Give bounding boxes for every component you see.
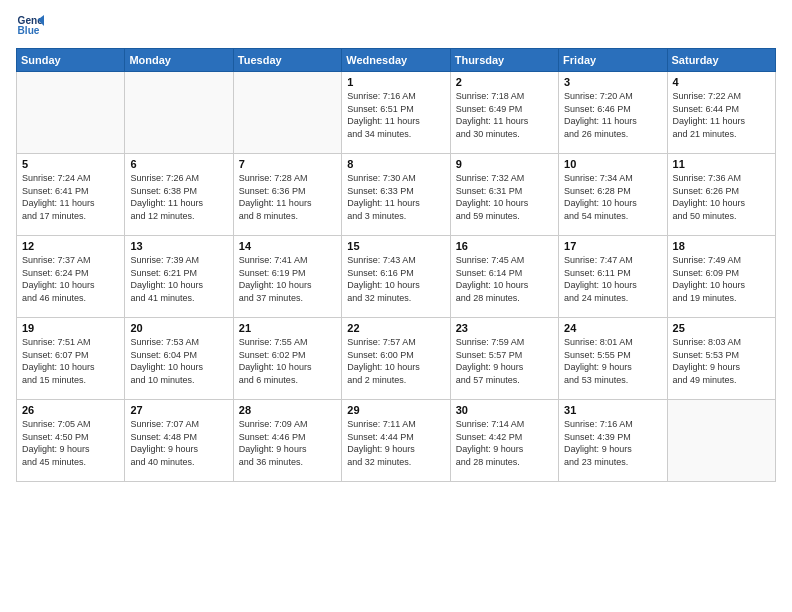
day-cell: 21Sunrise: 7:55 AM Sunset: 6:02 PM Dayli… — [233, 318, 341, 400]
day-info: Sunrise: 7:43 AM Sunset: 6:16 PM Dayligh… — [347, 254, 444, 304]
day-info: Sunrise: 7:34 AM Sunset: 6:28 PM Dayligh… — [564, 172, 661, 222]
day-cell: 7Sunrise: 7:28 AM Sunset: 6:36 PM Daylig… — [233, 154, 341, 236]
day-info: Sunrise: 7:47 AM Sunset: 6:11 PM Dayligh… — [564, 254, 661, 304]
day-number: 3 — [564, 76, 661, 88]
day-cell: 8Sunrise: 7:30 AM Sunset: 6:33 PM Daylig… — [342, 154, 450, 236]
day-number: 17 — [564, 240, 661, 252]
day-cell: 22Sunrise: 7:57 AM Sunset: 6:00 PM Dayli… — [342, 318, 450, 400]
day-info: Sunrise: 8:01 AM Sunset: 5:55 PM Dayligh… — [564, 336, 661, 386]
day-number: 2 — [456, 76, 553, 88]
day-cell: 10Sunrise: 7:34 AM Sunset: 6:28 PM Dayli… — [559, 154, 667, 236]
day-number: 10 — [564, 158, 661, 170]
day-number: 9 — [456, 158, 553, 170]
day-info: Sunrise: 7:28 AM Sunset: 6:36 PM Dayligh… — [239, 172, 336, 222]
day-cell: 17Sunrise: 7:47 AM Sunset: 6:11 PM Dayli… — [559, 236, 667, 318]
day-info: Sunrise: 7:39 AM Sunset: 6:21 PM Dayligh… — [130, 254, 227, 304]
day-cell — [667, 400, 775, 482]
day-cell: 20Sunrise: 7:53 AM Sunset: 6:04 PM Dayli… — [125, 318, 233, 400]
day-cell: 30Sunrise: 7:14 AM Sunset: 4:42 PM Dayli… — [450, 400, 558, 482]
day-number: 19 — [22, 322, 119, 334]
day-cell: 15Sunrise: 7:43 AM Sunset: 6:16 PM Dayli… — [342, 236, 450, 318]
logo: General Blue — [16, 12, 44, 40]
day-number: 11 — [673, 158, 770, 170]
day-number: 22 — [347, 322, 444, 334]
day-info: Sunrise: 7:30 AM Sunset: 6:33 PM Dayligh… — [347, 172, 444, 222]
day-info: Sunrise: 7:37 AM Sunset: 6:24 PM Dayligh… — [22, 254, 119, 304]
day-info: Sunrise: 7:41 AM Sunset: 6:19 PM Dayligh… — [239, 254, 336, 304]
day-number: 6 — [130, 158, 227, 170]
day-info: Sunrise: 7:22 AM Sunset: 6:44 PM Dayligh… — [673, 90, 770, 140]
weekday-header-thursday: Thursday — [450, 49, 558, 72]
day-cell — [17, 72, 125, 154]
week-row-1: 1Sunrise: 7:16 AM Sunset: 6:51 PM Daylig… — [17, 72, 776, 154]
week-row-2: 5Sunrise: 7:24 AM Sunset: 6:41 PM Daylig… — [17, 154, 776, 236]
day-info: Sunrise: 7:09 AM Sunset: 4:46 PM Dayligh… — [239, 418, 336, 468]
day-cell: 1Sunrise: 7:16 AM Sunset: 6:51 PM Daylig… — [342, 72, 450, 154]
day-number: 21 — [239, 322, 336, 334]
day-cell: 26Sunrise: 7:05 AM Sunset: 4:50 PM Dayli… — [17, 400, 125, 482]
day-number: 5 — [22, 158, 119, 170]
day-number: 29 — [347, 404, 444, 416]
page: General Blue SundayMondayTuesdayWednesda… — [0, 0, 792, 612]
day-number: 7 — [239, 158, 336, 170]
day-number: 4 — [673, 76, 770, 88]
day-info: Sunrise: 7:05 AM Sunset: 4:50 PM Dayligh… — [22, 418, 119, 468]
day-info: Sunrise: 7:32 AM Sunset: 6:31 PM Dayligh… — [456, 172, 553, 222]
day-number: 1 — [347, 76, 444, 88]
day-info: Sunrise: 7:16 AM Sunset: 4:39 PM Dayligh… — [564, 418, 661, 468]
day-cell: 23Sunrise: 7:59 AM Sunset: 5:57 PM Dayli… — [450, 318, 558, 400]
weekday-header-saturday: Saturday — [667, 49, 775, 72]
logo-icon: General Blue — [16, 12, 44, 40]
header: General Blue — [16, 12, 776, 40]
day-info: Sunrise: 7:51 AM Sunset: 6:07 PM Dayligh… — [22, 336, 119, 386]
weekday-header-friday: Friday — [559, 49, 667, 72]
day-cell: 11Sunrise: 7:36 AM Sunset: 6:26 PM Dayli… — [667, 154, 775, 236]
day-cell: 14Sunrise: 7:41 AM Sunset: 6:19 PM Dayli… — [233, 236, 341, 318]
day-info: Sunrise: 7:26 AM Sunset: 6:38 PM Dayligh… — [130, 172, 227, 222]
day-number: 16 — [456, 240, 553, 252]
day-number: 15 — [347, 240, 444, 252]
day-cell: 9Sunrise: 7:32 AM Sunset: 6:31 PM Daylig… — [450, 154, 558, 236]
week-row-3: 12Sunrise: 7:37 AM Sunset: 6:24 PM Dayli… — [17, 236, 776, 318]
weekday-header-tuesday: Tuesday — [233, 49, 341, 72]
day-info: Sunrise: 7:45 AM Sunset: 6:14 PM Dayligh… — [456, 254, 553, 304]
day-info: Sunrise: 7:55 AM Sunset: 6:02 PM Dayligh… — [239, 336, 336, 386]
calendar-table: SundayMondayTuesdayWednesdayThursdayFrid… — [16, 48, 776, 482]
day-number: 28 — [239, 404, 336, 416]
day-number: 12 — [22, 240, 119, 252]
day-number: 8 — [347, 158, 444, 170]
day-info: Sunrise: 7:11 AM Sunset: 4:44 PM Dayligh… — [347, 418, 444, 468]
day-number: 20 — [130, 322, 227, 334]
day-number: 13 — [130, 240, 227, 252]
day-number: 23 — [456, 322, 553, 334]
day-info: Sunrise: 7:53 AM Sunset: 6:04 PM Dayligh… — [130, 336, 227, 386]
weekday-header-sunday: Sunday — [17, 49, 125, 72]
week-row-4: 19Sunrise: 7:51 AM Sunset: 6:07 PM Dayli… — [17, 318, 776, 400]
day-cell: 6Sunrise: 7:26 AM Sunset: 6:38 PM Daylig… — [125, 154, 233, 236]
day-number: 14 — [239, 240, 336, 252]
day-cell — [233, 72, 341, 154]
day-cell: 31Sunrise: 7:16 AM Sunset: 4:39 PM Dayli… — [559, 400, 667, 482]
day-info: Sunrise: 7:18 AM Sunset: 6:49 PM Dayligh… — [456, 90, 553, 140]
day-cell: 16Sunrise: 7:45 AM Sunset: 6:14 PM Dayli… — [450, 236, 558, 318]
day-info: Sunrise: 7:16 AM Sunset: 6:51 PM Dayligh… — [347, 90, 444, 140]
day-cell: 28Sunrise: 7:09 AM Sunset: 4:46 PM Dayli… — [233, 400, 341, 482]
svg-text:Blue: Blue — [18, 25, 40, 36]
day-cell: 2Sunrise: 7:18 AM Sunset: 6:49 PM Daylig… — [450, 72, 558, 154]
day-cell: 12Sunrise: 7:37 AM Sunset: 6:24 PM Dayli… — [17, 236, 125, 318]
weekday-header-monday: Monday — [125, 49, 233, 72]
day-cell: 27Sunrise: 7:07 AM Sunset: 4:48 PM Dayli… — [125, 400, 233, 482]
day-info: Sunrise: 7:36 AM Sunset: 6:26 PM Dayligh… — [673, 172, 770, 222]
weekday-header-row: SundayMondayTuesdayWednesdayThursdayFrid… — [17, 49, 776, 72]
day-cell: 13Sunrise: 7:39 AM Sunset: 6:21 PM Dayli… — [125, 236, 233, 318]
day-number: 31 — [564, 404, 661, 416]
day-info: Sunrise: 7:24 AM Sunset: 6:41 PM Dayligh… — [22, 172, 119, 222]
day-cell: 29Sunrise: 7:11 AM Sunset: 4:44 PM Dayli… — [342, 400, 450, 482]
week-row-5: 26Sunrise: 7:05 AM Sunset: 4:50 PM Dayli… — [17, 400, 776, 482]
day-cell: 18Sunrise: 7:49 AM Sunset: 6:09 PM Dayli… — [667, 236, 775, 318]
day-info: Sunrise: 7:14 AM Sunset: 4:42 PM Dayligh… — [456, 418, 553, 468]
day-info: Sunrise: 7:49 AM Sunset: 6:09 PM Dayligh… — [673, 254, 770, 304]
day-cell: 3Sunrise: 7:20 AM Sunset: 6:46 PM Daylig… — [559, 72, 667, 154]
day-info: Sunrise: 7:57 AM Sunset: 6:00 PM Dayligh… — [347, 336, 444, 386]
day-cell: 25Sunrise: 8:03 AM Sunset: 5:53 PM Dayli… — [667, 318, 775, 400]
